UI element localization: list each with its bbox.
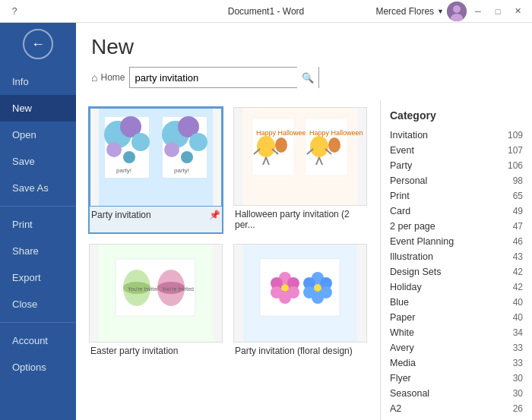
pin-icon: 📌 xyxy=(209,210,220,220)
category-item[interactable]: Print65 xyxy=(381,188,532,204)
template-card-floral[interactable]: Party invitation (floral design) xyxy=(233,243,368,360)
category-name: 2 per page xyxy=(390,221,435,232)
svg-point-58 xyxy=(303,286,315,298)
template-thumb-easter-svg: You're Invited You're Invited xyxy=(90,244,222,343)
svg-text:party!: party! xyxy=(116,167,131,174)
sidebar-item-options[interactable]: Options xyxy=(0,354,76,381)
category-name: Avery xyxy=(390,343,414,353)
sidebar-divider-2 xyxy=(0,322,76,323)
search-button[interactable]: 🔍 xyxy=(297,67,318,88)
svg-text:Happy Halloween: Happy Halloween xyxy=(309,129,363,137)
svg-text:party!: party! xyxy=(174,167,189,174)
help-button[interactable]: ? xyxy=(6,3,23,20)
sidebar-item-account[interactable]: Account xyxy=(0,327,76,354)
username-label: Merced Flores xyxy=(375,6,434,17)
close-button[interactable]: ✕ xyxy=(509,3,526,20)
sidebar-item-save-as[interactable]: Save As xyxy=(0,175,76,201)
category-count: 42 xyxy=(513,282,523,292)
category-item[interactable]: Personal98 xyxy=(381,173,532,188)
user-info[interactable]: Merced Flores ▼ xyxy=(375,6,444,17)
category-count: 33 xyxy=(513,343,523,353)
category-count: 98 xyxy=(513,175,523,186)
category-count: 47 xyxy=(513,221,523,232)
sidebar-item-new[interactable]: New xyxy=(0,95,76,122)
category-item[interactable]: White34 xyxy=(381,325,532,340)
category-item[interactable]: Event Planning46 xyxy=(381,234,532,249)
svg-point-59 xyxy=(320,286,332,298)
sidebar-item-print[interactable]: Print xyxy=(0,211,76,238)
template-thumb-floral-svg xyxy=(234,244,366,343)
category-item[interactable]: Illustration43 xyxy=(381,249,532,264)
svg-point-21 xyxy=(257,136,275,157)
template-card-party[interactable]: party! party! xyxy=(88,106,223,234)
sidebar-item-close[interactable]: Close xyxy=(0,291,76,317)
main-content: New ⌂ Home 🔍 xyxy=(76,23,532,420)
category-name: Party xyxy=(390,160,412,171)
template-thumb-halloween: Happy Halloween Happy Halloween xyxy=(233,107,367,206)
category-name: Blue xyxy=(390,297,409,308)
category-name: Paper xyxy=(390,312,415,323)
search-input[interactable] xyxy=(130,68,297,87)
category-name: Holiday xyxy=(390,282,422,292)
templates-area: party! party! xyxy=(76,100,380,420)
svg-point-1 xyxy=(453,5,461,13)
svg-point-51 xyxy=(287,286,299,298)
category-item[interactable]: Event107 xyxy=(381,143,532,158)
sidebar-divider-1 xyxy=(0,206,76,207)
app-container: ← Info New Open Save Save As Print Share… xyxy=(0,23,532,420)
category-item[interactable]: Holiday42 xyxy=(381,279,532,295)
category-item[interactable]: Invitation109 xyxy=(381,128,532,143)
sidebar-item-save[interactable]: Save xyxy=(0,148,76,175)
templates-grid: party! party! xyxy=(88,106,368,360)
template-thumb-halloween-svg: Happy Halloween Happy Halloween xyxy=(234,107,366,206)
category-header: Category xyxy=(381,106,532,128)
sidebar-item-open[interactable]: Open xyxy=(0,122,76,148)
category-item[interactable]: A226 xyxy=(381,401,532,416)
category-item[interactable]: Flyer30 xyxy=(381,371,532,386)
sidebar-item-info[interactable]: Info xyxy=(0,68,76,95)
back-icon: ← xyxy=(31,36,45,52)
category-name: Event xyxy=(390,145,414,156)
avatar[interactable] xyxy=(447,2,467,21)
search-box: 🔍 xyxy=(129,67,319,88)
category-name: Design Sets xyxy=(390,267,441,277)
category-item[interactable]: Blue40 xyxy=(381,295,532,310)
template-card-halloween[interactable]: Happy Halloween Happy Halloween xyxy=(233,106,368,234)
back-button[interactable]: ← xyxy=(23,29,53,59)
category-count: 34 xyxy=(513,327,523,338)
search-row: ⌂ Home 🔍 xyxy=(91,67,517,88)
category-item[interactable]: Design Sets42 xyxy=(381,264,532,279)
home-icon: ⌂ xyxy=(91,71,97,84)
category-count: 46 xyxy=(513,236,523,247)
category-count: 106 xyxy=(508,160,523,171)
home-breadcrumb[interactable]: ⌂ Home xyxy=(91,71,125,84)
category-name: Seasonal xyxy=(390,388,429,399)
category-item[interactable]: 2 per page47 xyxy=(381,219,532,234)
category-count: 30 xyxy=(513,373,523,384)
svg-point-7 xyxy=(131,133,150,151)
category-item[interactable]: Paper40 xyxy=(381,310,532,325)
category-count: 65 xyxy=(513,191,523,201)
template-card-easter[interactable]: You're Invited You're Invited Easter par… xyxy=(88,243,223,360)
svg-point-60 xyxy=(314,284,321,292)
minimize-button[interactable]: ─ xyxy=(470,3,486,20)
template-label-floral: Party invitation (floral design) xyxy=(233,343,367,359)
template-thumb-party: party! party! xyxy=(90,108,222,207)
sidebar-item-share[interactable]: Share xyxy=(0,238,76,264)
category-name: White xyxy=(390,327,414,338)
maximize-button[interactable]: □ xyxy=(489,3,506,20)
category-count: 107 xyxy=(508,145,523,156)
category-name: Event Planning xyxy=(390,236,454,247)
category-item[interactable]: Avery33 xyxy=(381,340,532,355)
sidebar-item-export[interactable]: Export xyxy=(0,264,76,291)
category-item[interactable]: Party106 xyxy=(381,158,532,173)
category-item[interactable]: Seasonal30 xyxy=(381,386,532,401)
category-item[interactable]: Card49 xyxy=(381,204,532,219)
template-label-halloween: Halloween party invitation (2 per... xyxy=(233,206,367,233)
svg-point-52 xyxy=(281,284,289,292)
category-item[interactable]: Media33 xyxy=(381,355,532,371)
category-count: 49 xyxy=(513,206,523,216)
search-icon: 🔍 xyxy=(302,72,314,84)
page-title: New xyxy=(91,35,517,59)
category-name: Flyer xyxy=(390,373,411,384)
